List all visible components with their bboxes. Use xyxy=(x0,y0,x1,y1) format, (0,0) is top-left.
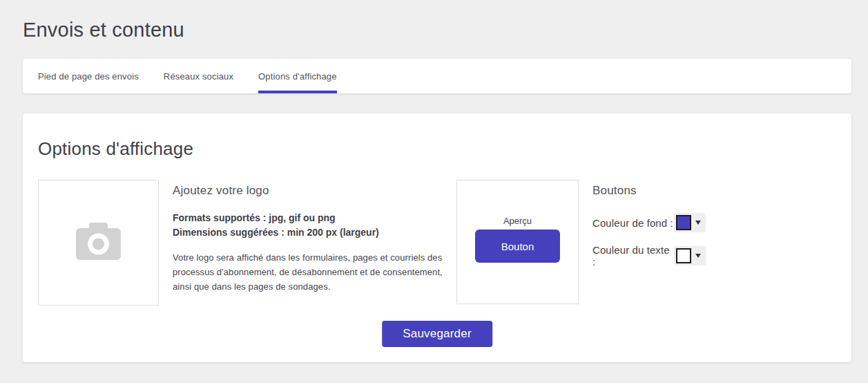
tab-bar: Pied de page des envois Réseaux sociaux … xyxy=(23,59,851,93)
background-color-swatch xyxy=(676,215,691,230)
camera-icon xyxy=(76,223,121,263)
background-color-picker[interactable] xyxy=(674,213,706,232)
tab-options-affichage[interactable]: Options d'affichage xyxy=(258,59,337,93)
page-title: Envois et contenu xyxy=(0,0,868,41)
logo-info-column: Ajoutez votre logo Formats supportés : j… xyxy=(173,180,443,294)
background-color-row: Couleur de fond : xyxy=(592,213,836,232)
logo-formats-line: Formats supportés : jpg, gif ou png xyxy=(173,211,443,225)
chevron-down-icon xyxy=(695,221,701,225)
logo-upload-box[interactable] xyxy=(38,180,159,306)
text-color-picker[interactable] xyxy=(674,246,706,265)
tab-pied-de-page-des-envois[interactable]: Pied de page des envois xyxy=(38,59,139,93)
buttons-section-heading: Boutons xyxy=(592,184,836,198)
logo-dimensions-line: Dimensions suggérées : min 200 px (large… xyxy=(173,225,443,240)
settings-page: Envois et contenu Pied de page des envoi… xyxy=(0,0,868,383)
text-color-row: Couleur du texte : xyxy=(592,244,836,268)
panel-content-row: Ajoutez votre logo Formats supportés : j… xyxy=(38,180,836,306)
text-color-label: Couleur du texte : xyxy=(592,244,674,268)
button-preview-box: Aperçu Bouton xyxy=(456,180,579,304)
panel-title: Options d'affichage xyxy=(38,113,836,160)
logo-section-heading: Ajoutez votre logo xyxy=(173,184,443,198)
preview-label: Aperçu xyxy=(503,216,532,226)
buttons-settings-column: Boutons Couleur de fond : Couleur du tex… xyxy=(592,180,836,268)
text-color-swatch xyxy=(676,248,691,263)
chevron-down-icon xyxy=(695,254,701,258)
logo-requirements: Formats supportés : jpg, gif ou png Dime… xyxy=(173,211,443,240)
logo-description: Votre logo sera affiché dans les formula… xyxy=(173,250,443,294)
tab-reseaux-sociaux[interactable]: Réseaux sociaux xyxy=(164,59,233,93)
preview-button: Bouton xyxy=(475,230,560,263)
background-color-label: Couleur de fond : xyxy=(592,217,674,229)
save-button[interactable]: Sauvegarder xyxy=(382,321,492,347)
display-options-panel: Options d'affichage Ajoutez votre logo F… xyxy=(23,113,851,362)
